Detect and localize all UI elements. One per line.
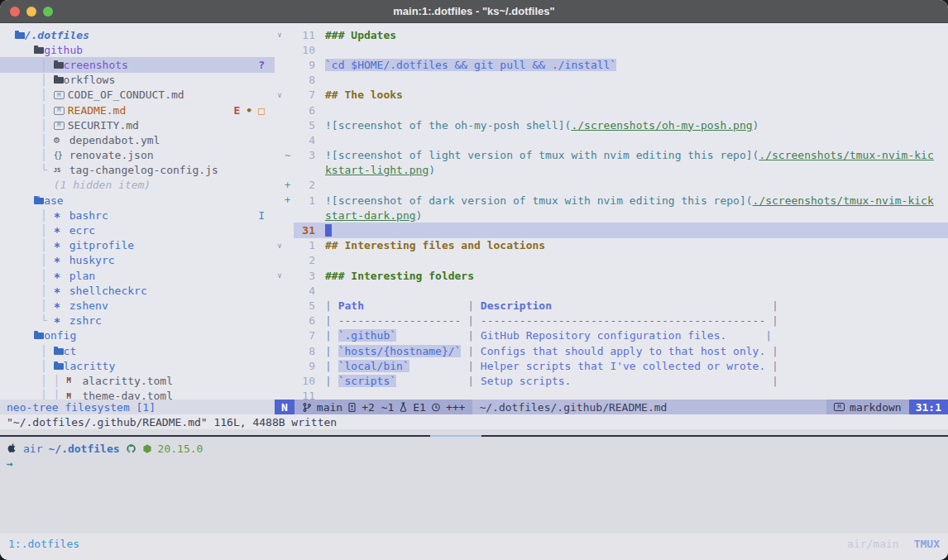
tree-guides: │ bbox=[8, 299, 54, 312]
tree-guides bbox=[8, 329, 34, 342]
md-file-icon bbox=[54, 107, 65, 115]
tree-item[interactable]: │ gitprofile bbox=[0, 238, 275, 253]
zoom-button[interactable] bbox=[43, 7, 53, 17]
titlebar[interactable]: main:1:.dotfiles - "ks~/.dotfiles" bbox=[0, 0, 948, 23]
text-segment: `cd $HOME/.dotfiles && git pull && ./ins… bbox=[325, 59, 616, 71]
editor-line[interactable]: kstart-light.png) bbox=[275, 163, 948, 178]
line-text: | `hosts/{hostname}/` | Configs that sho… bbox=[315, 345, 948, 357]
editor-line[interactable]: 31 bbox=[275, 223, 948, 237]
line-text: | `scripts` | Setup scripts. | bbox=[315, 375, 948, 387]
editor-line[interactable]: 5| Path | Description | bbox=[275, 298, 948, 313]
tree-item[interactable]: base bbox=[0, 193, 275, 208]
fold-open-icon[interactable]: ∨ bbox=[275, 31, 285, 39]
tree-item[interactable]: │ alacritty bbox=[0, 358, 275, 373]
markdown-icon: M bbox=[834, 403, 845, 411]
star-file-icon bbox=[54, 285, 66, 296]
editor-line[interactable]: 2 bbox=[275, 253, 948, 268]
close-button[interactable] bbox=[10, 7, 20, 17]
shell-pane[interactable]: air ~/.dotfiles 20.15.0 → bbox=[0, 429, 948, 534]
tree-guides: │ bbox=[8, 360, 54, 372]
editor-line[interactable]: ~3![screenshot of light version of tmux … bbox=[275, 148, 948, 163]
editor-line[interactable]: 9| `local/bin` | Helper scripts that I'v… bbox=[275, 358, 948, 373]
fold-open-icon[interactable]: ∨ bbox=[275, 91, 285, 99]
star-file-icon bbox=[54, 225, 66, 236]
editor-buffer[interactable]: ∨11### Updates109`cd $HOME/.dotfiles && … bbox=[275, 23, 948, 400]
editor-line[interactable]: 8 bbox=[275, 73, 948, 88]
tree-item[interactable]: config bbox=[0, 328, 275, 343]
tree-item[interactable]: │ bashrcI bbox=[0, 208, 275, 223]
editor-line[interactable]: 10 bbox=[275, 42, 948, 57]
editor-line[interactable]: ∨7## The looks bbox=[275, 88, 948, 103]
line-number: 9 bbox=[294, 360, 315, 372]
mode-label: N bbox=[281, 401, 288, 414]
line-text bbox=[315, 224, 948, 237]
tree-item-label: alacritty.toml bbox=[82, 375, 173, 387]
editor-line[interactable]: ∨11### Updates bbox=[275, 27, 948, 42]
text-segment: Configs that should apply to that host o… bbox=[481, 345, 765, 357]
editor-line[interactable]: 5![screenshot of the oh-my-posh shell](.… bbox=[275, 117, 948, 132]
status-row: neo-tree filesystem [1] N main bbox=[0, 400, 948, 414]
fold-open-icon[interactable]: ∨ bbox=[275, 271, 285, 280]
text-segment: ) bbox=[429, 164, 435, 176]
editor-line[interactable]: start-dark.png) bbox=[275, 208, 948, 223]
text-segment: | bbox=[325, 329, 338, 342]
tree-item[interactable]: │ dependabot.yml bbox=[0, 132, 275, 147]
tree-guides: │ bbox=[8, 239, 54, 251]
diagnostic-error-badge: E bbox=[234, 104, 241, 117]
text-segment: | bbox=[759, 329, 772, 342]
git-sign: ~ bbox=[285, 150, 294, 161]
tree-item[interactable]: (1 hidden item) bbox=[0, 178, 275, 193]
tree-item[interactable]: .github bbox=[0, 42, 275, 57]
tree-item[interactable]: │ renovate.json bbox=[0, 148, 275, 163]
tree-item[interactable]: │ shellcheckrc bbox=[0, 283, 275, 298]
tree-item[interactable]: │ screenshots? bbox=[0, 57, 275, 72]
tmux-pane-border-indicator bbox=[430, 435, 481, 437]
editor-line[interactable]: +2 bbox=[275, 178, 948, 193]
editor-line[interactable]: 8| `hosts/{hostname}/` | Configs that sh… bbox=[275, 343, 948, 358]
minimize-button[interactable] bbox=[26, 7, 36, 17]
editor-line[interactable]: 9`cd $HOME/.dotfiles && git pull && ./in… bbox=[275, 57, 948, 72]
line-text: ![screenshot of dark version of tmux wit… bbox=[315, 194, 948, 207]
editor-line[interactable]: 4 bbox=[275, 132, 948, 147]
line-text: | Path | Description | bbox=[315, 299, 948, 312]
fold-open-icon[interactable]: ∨ bbox=[275, 242, 285, 250]
editor-line[interactable]: 10| `scripts` | Setup scripts. | bbox=[275, 373, 948, 388]
tree-item[interactable]: │ workflows bbox=[0, 73, 275, 88]
tree-item[interactable]: │ │ alacritty.toml bbox=[0, 373, 275, 388]
text-segment: ### Updates bbox=[325, 29, 396, 41]
tree-item[interactable]: └ tag-changelog-config.js bbox=[0, 163, 275, 178]
text-segment: ## The looks bbox=[325, 89, 403, 101]
text-segment: ----------------------------------------… bbox=[481, 314, 765, 327]
editor-line[interactable]: ∨1## Interesting files and locations bbox=[275, 238, 948, 253]
shell-input-line[interactable]: → bbox=[0, 456, 948, 471]
tree-item[interactable]: └ zshrc bbox=[0, 314, 275, 328]
text-segment: | bbox=[765, 360, 778, 372]
tree-item[interactable]: │ SECURITY.md bbox=[0, 117, 275, 132]
file-tree[interactable]: ~/.dotfiles .github │ screenshots? │ wor… bbox=[0, 23, 275, 400]
tree-item-label: SECURITY.md bbox=[68, 119, 139, 132]
editor-line[interactable]: ∨3### Interesting folders bbox=[275, 268, 948, 283]
editor-line[interactable]: 6| ------------------- | ---------------… bbox=[275, 314, 948, 328]
tree-item[interactable]: │ zshenv bbox=[0, 298, 275, 313]
tree-item[interactable]: │ huskyrc bbox=[0, 253, 275, 268]
editor-line[interactable]: 7| `.github` | GitHub Repository configu… bbox=[275, 328, 948, 343]
line-number: 7 bbox=[294, 329, 315, 342]
tmux-window-label[interactable]: 1:.dotfiles bbox=[8, 538, 79, 550]
tree-item[interactable]: │ README.mdE•□ bbox=[0, 103, 275, 117]
editor-line[interactable]: +1![screenshot of dark version of tmux w… bbox=[275, 193, 948, 208]
editor-line[interactable]: 6 bbox=[275, 103, 948, 117]
line-text: ### Updates bbox=[315, 29, 948, 41]
tree-item-badges: E•□ bbox=[234, 104, 265, 117]
tree-item[interactable]: │ │ theme-day.toml bbox=[0, 389, 275, 400]
tree-item[interactable]: │ ecrc bbox=[0, 223, 275, 237]
gear-file-icon bbox=[54, 135, 66, 146]
editor-line[interactable]: 4 bbox=[275, 283, 948, 298]
tree-item-label: gitprofile bbox=[69, 239, 134, 251]
tree-item[interactable]: │ plan bbox=[0, 268, 275, 283]
tree-item-label: ecrc bbox=[69, 224, 95, 237]
line-number: 31 bbox=[294, 224, 315, 237]
tree-item[interactable]: ~/.dotfiles bbox=[0, 27, 275, 42]
editor-line[interactable]: 11 bbox=[275, 389, 948, 400]
tree-item[interactable]: │ act bbox=[0, 343, 275, 358]
tree-item[interactable]: │ CODE_OF_CONDUCT.md bbox=[0, 88, 275, 103]
